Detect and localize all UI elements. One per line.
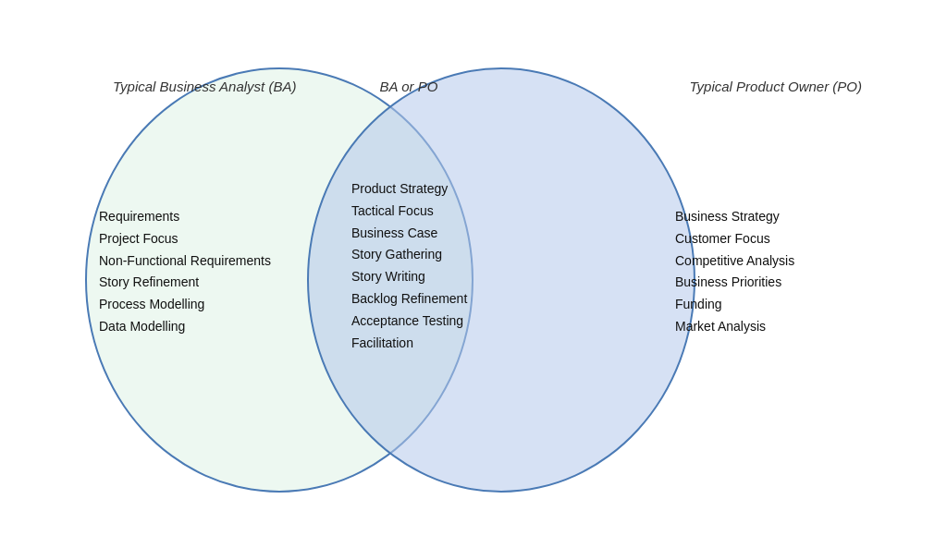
overlap-item-6: Backlog Refinement (351, 288, 467, 310)
ba-label: Typical Business Analyst (BA) (113, 79, 296, 94)
ba-item-1: Requirements (99, 206, 271, 228)
overlap-item-7: Acceptance Testing (351, 310, 467, 333)
venn-diagram: Typical Business Analyst (BA) Typical Pr… (30, 21, 917, 539)
po-item-4: Business Priorities (675, 272, 860, 294)
overlap-item-5: Story Writing (351, 266, 467, 288)
po-item-6: Market Analysis (675, 316, 860, 338)
overlap-item-4: Story Gathering (351, 244, 467, 266)
overlap-items-list: Product Strategy Tactical Focus Business… (351, 178, 467, 354)
overlap-item-8: Facilitation (351, 333, 467, 355)
ba-item-6: Data Modelling (99, 316, 271, 338)
ba-item-4: Story Refinement (99, 272, 271, 294)
overlap-item-2: Tactical Focus (351, 201, 467, 223)
overlap-item-3: Business Case (351, 223, 467, 245)
po-item-2: Customer Focus (675, 228, 860, 250)
po-items-list: Business Strategy Customer Focus Competi… (675, 206, 860, 338)
po-item-1: Business Strategy (675, 206, 860, 228)
overlap-label: BA or PO (372, 79, 446, 94)
po-item-5: Funding (675, 294, 860, 316)
po-label: Typical Product Owner (PO) (690, 79, 862, 94)
overlap-item-1: Product Strategy (351, 178, 467, 201)
ba-item-5: Process Modelling (99, 294, 271, 316)
ba-item-3: Non-Functional Requirements (99, 250, 271, 273)
ba-items-list: Requirements Project Focus Non-Functiona… (99, 206, 271, 338)
ba-item-2: Project Focus (99, 228, 271, 250)
po-item-3: Competitive Analysis (675, 250, 860, 273)
